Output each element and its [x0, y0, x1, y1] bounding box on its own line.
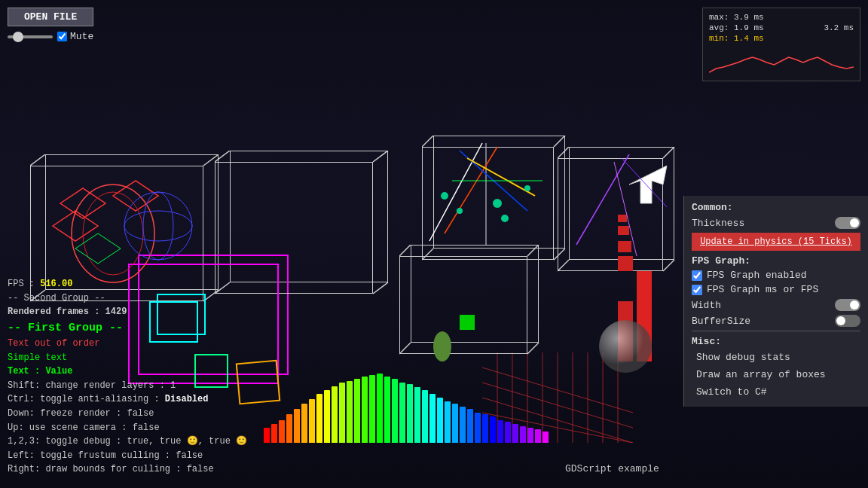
bar-item [316, 394, 322, 443]
bar-item [384, 377, 390, 443]
mute-checkbox[interactable] [57, 32, 67, 41]
fps-graph-panel: max: 3.9 ms avg: 1.9 ms 3.2 ms min: 1.4 … [702, 8, 860, 81]
bar-item [392, 379, 398, 443]
fps-graph-enabled-row: FPS Graph enabled [692, 270, 860, 281]
open-file-button[interactable]: OPEN FILE [8, 8, 93, 26]
bar-item [399, 383, 405, 443]
svg-point-51 [524, 185, 530, 191]
bar-item [324, 390, 330, 443]
bar-item [497, 420, 503, 443]
svg-point-48 [441, 192, 448, 200]
simple-text-line: Simple text [8, 351, 247, 365]
buffersize-row: BufferSize [692, 315, 860, 327]
text-value-line: Text : Value [8, 364, 247, 379]
bar-item [482, 414, 488, 443]
svg-line-63 [614, 162, 637, 256]
fps-min-row: min: 1.4 ms [709, 34, 854, 43]
debug-text: FPS : 516.00 -- Second Group -- Rendered… [8, 277, 247, 477]
fps-graph-canvas [709, 46, 854, 76]
switch-to-csharp-button[interactable]: Switch to C# [692, 383, 860, 401]
thickness-label: Thickness [692, 218, 744, 229]
svg-point-25 [124, 192, 192, 260]
thickness-row: Thickness [692, 217, 860, 229]
svg-line-0 [30, 154, 45, 166]
fps-max-row: max: 3.9 ms [709, 13, 854, 22]
draw-array-boxes-button[interactable]: Draw an array of boxes [692, 366, 860, 383]
bar-item [377, 374, 383, 443]
bar-item [475, 413, 481, 443]
width-toggle[interactable] [835, 299, 860, 311]
bar-item [362, 377, 368, 443]
bar-item [520, 426, 526, 443]
shift-line: Shift: change render layers : 1 [8, 379, 247, 393]
show-debug-stats-button[interactable]: Show debug stats [692, 349, 860, 366]
bar-item [542, 432, 549, 443]
fps-graph-ms-fps-label: FPS Graph ms or FPS [707, 284, 818, 295]
svg-marker-28 [75, 233, 121, 264]
svg-point-52 [501, 215, 509, 222]
bar-item [271, 424, 277, 443]
onetwothree-line: 1,2,3: toggle debug : true, true 🙂, true… [8, 435, 247, 449]
gdscript-label: GDScript example [565, 463, 659, 474]
text-out-of-order: Text out of order [8, 337, 247, 351]
dark-shape-svg [427, 324, 457, 361]
svg-line-61 [576, 154, 629, 245]
svg-line-42 [429, 143, 482, 241]
lines-right-svg [422, 136, 554, 252]
bar-item [309, 399, 315, 443]
bar-item [535, 429, 541, 443]
width-label: Width [692, 300, 721, 311]
mute-label[interactable]: Mute [57, 31, 93, 42]
bar-item [339, 383, 345, 443]
width-row: Width [692, 299, 860, 311]
svg-line-5 [373, 151, 388, 162]
bar-item [490, 416, 496, 443]
bar-item [354, 379, 360, 443]
svg-line-46 [467, 158, 535, 196]
right-panel: Common: Thickness Update in physics (15 … [683, 196, 868, 407]
svg-point-64 [433, 331, 451, 361]
bar-item [347, 381, 353, 443]
green-square [460, 315, 475, 330]
fps-graph-enabled-checkbox[interactable] [692, 270, 702, 281]
svg-point-23 [72, 185, 154, 282]
svg-point-24 [83, 192, 143, 275]
bar-item [429, 394, 436, 443]
fps-graph-ms-fps-checkbox[interactable] [692, 285, 702, 295]
svg-marker-20 [60, 188, 105, 218]
bar-item [437, 398, 443, 443]
fps-max-label: max: 3.9 ms [709, 13, 764, 22]
svg-line-4 [215, 151, 230, 162]
left-line: Left: toggle frustum culling : false [8, 449, 247, 463]
buffersize-toggle[interactable] [835, 315, 860, 327]
box-bottom-mid-svg [399, 245, 542, 358]
panel-divider [692, 331, 860, 331]
right-line: Right: draw bounds for culling : false [8, 462, 247, 477]
fps-graph-ms-fps-row: FPS Graph ms or FPS [692, 284, 860, 295]
mute-row: Mute [8, 31, 93, 42]
update-physics-button[interactable]: Update in physics (15 Ticks) [692, 233, 860, 251]
fps-avg-value: 3.2 ms [824, 23, 854, 32]
bar-item [452, 404, 458, 443]
ctrl-line: Ctrl: toggle anti-aliasing : Disabled [8, 392, 247, 407]
fps-min-label: min: 1.4 ms [709, 34, 764, 43]
fps-avg-label: avg: 1.9 ms [709, 23, 764, 32]
svg-point-59 [599, 320, 652, 373]
fps-line: FPS : 516.00 [8, 277, 247, 291]
gray-sphere-svg [595, 316, 656, 377]
svg-line-12 [399, 245, 411, 256]
buffersize-label: BufferSize [692, 316, 750, 327]
svg-point-27 [143, 192, 173, 260]
thickness-toggle[interactable] [835, 217, 860, 229]
bar-item [512, 424, 518, 443]
svg-line-16 [558, 147, 569, 158]
bar-item [294, 409, 300, 443]
bar-item [414, 387, 420, 443]
svg-marker-21 [53, 211, 98, 241]
volume-slider[interactable] [8, 35, 53, 38]
shapes-left-svg [38, 173, 203, 294]
bar-item [467, 409, 473, 443]
svg-point-26 [124, 211, 192, 241]
bar-item [264, 428, 270, 443]
purple-lines-svg [569, 147, 674, 264]
